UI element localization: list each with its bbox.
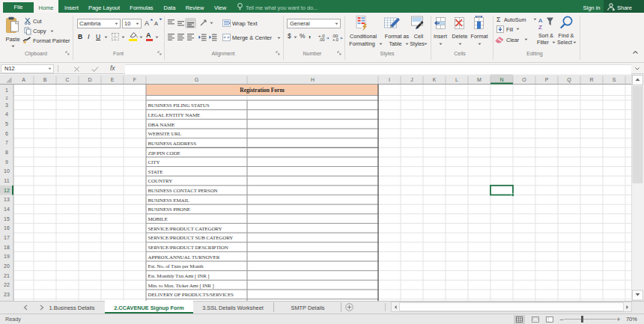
- svg-text:WEBSITE URL: WEBSITE URL: [148, 131, 182, 137]
- svg-text:K: K: [433, 77, 437, 82]
- svg-text:CITY: CITY: [148, 159, 160, 165]
- svg-text:L: L: [455, 77, 458, 82]
- svg-text:20: 20: [4, 263, 10, 269]
- svg-text:I: I: [389, 77, 390, 82]
- svg-text:4: 4: [5, 111, 8, 117]
- svg-text:SERVICE/PRODUCT DESCRIPTION: SERVICE/PRODUCT DESCRIPTION: [148, 245, 228, 251]
- svg-text:S: S: [613, 77, 616, 82]
- svg-text:LEGAL ENTITY NAME: LEGAL ENTITY NAME: [148, 112, 201, 118]
- svg-text:E: E: [111, 77, 115, 82]
- svg-text:MOBILE: MOBILE: [148, 216, 168, 222]
- svg-text:Z: Z: [538, 24, 542, 31]
- svg-text:BUSINESS EMAIL: BUSINESS EMAIL: [148, 198, 189, 204]
- svg-text:2: 2: [5, 96, 7, 100]
- svg-text:F: F: [133, 77, 136, 82]
- svg-text:SERVICE/PRODUCT CATEGORY: SERVICE/PRODUCT CATEGORY: [148, 226, 222, 232]
- svg-text:O: O: [522, 77, 526, 82]
- svg-text:N: N: [499, 77, 503, 82]
- svg-text:BUSINESS CONTACT PERSON: BUSINESS CONTACT PERSON: [148, 188, 218, 194]
- svg-text:Est. Monthly Txn Amt [ INR ]: Est. Monthly Txn Amt [ INR ]: [148, 273, 210, 279]
- svg-text:23: 23: [4, 292, 10, 297]
- svg-text:ZIP/PIN CODE: ZIP/PIN CODE: [148, 150, 180, 156]
- svg-text:Min. to Max. Ticket Amt [ INR: Min. to Max. Ticket Amt [ INR ]: [148, 283, 214, 289]
- svg-text:APPROX.ANNUAL TURNOVER: APPROX.ANNUAL TURNOVER: [148, 254, 220, 260]
- svg-text:21: 21: [4, 273, 10, 278]
- svg-text:B: B: [43, 77, 47, 82]
- svg-text:15: 15: [4, 216, 10, 221]
- svg-text:A: A: [22, 77, 25, 82]
- svg-text:+.0: +.0: [332, 37, 338, 41]
- svg-text:P: P: [545, 77, 549, 82]
- svg-text:H: H: [311, 77, 315, 82]
- svg-text:COUNTRY: COUNTRY: [148, 178, 173, 184]
- svg-text:Est. No. of Txns per Month: Est. No. of Txns per Month: [148, 263, 204, 269]
- svg-text:BUSINESS FILING STATUS: BUSINESS FILING STATUS: [148, 103, 210, 108]
- svg-text:18: 18: [4, 245, 10, 250]
- svg-text:STATE: STATE: [148, 169, 163, 175]
- svg-text:6: 6: [5, 131, 8, 136]
- svg-text:22: 22: [4, 282, 10, 287]
- svg-text:8: 8: [5, 150, 8, 155]
- svg-text:SERVICE/PRODUCT SUB CATEGORY: SERVICE/PRODUCT SUB CATEGORY: [148, 235, 234, 241]
- svg-text:13: 13: [4, 197, 10, 202]
- svg-text:R: R: [589, 77, 593, 82]
- svg-text:BUSINESS ADDRESS: BUSINESS ADDRESS: [148, 141, 197, 147]
- svg-text:M: M: [477, 77, 482, 82]
- svg-text:G: G: [195, 77, 198, 82]
- svg-text:11: 11: [4, 178, 9, 183]
- svg-text:7: 7: [5, 140, 8, 145]
- svg-text:19: 19: [4, 254, 10, 259]
- svg-text:A: A: [538, 17, 543, 24]
- svg-text:D: D: [88, 77, 91, 82]
- svg-text:10: 10: [4, 168, 10, 174]
- svg-text:12: 12: [4, 188, 10, 193]
- svg-text:Registration Form: Registration Form: [240, 87, 285, 94]
- svg-text:1: 1: [5, 88, 8, 93]
- svg-text:.00: .00: [319, 37, 325, 41]
- svg-text:C: C: [65, 77, 69, 82]
- svg-text:3: 3: [5, 103, 8, 108]
- svg-text:17: 17: [4, 235, 10, 240]
- svg-text:DELIVERY OF PRODUCTS/SERVICES: DELIVERY OF PRODUCTS/SERVICES: [148, 292, 234, 298]
- svg-text:9: 9: [5, 159, 8, 165]
- svg-text:5: 5: [5, 121, 8, 126]
- svg-text:BUSINESS PHONE: BUSINESS PHONE: [148, 207, 190, 213]
- svg-text:14: 14: [4, 207, 10, 212]
- svg-text:J: J: [410, 77, 413, 82]
- svg-text:DBA NAME: DBA NAME: [148, 122, 175, 128]
- svg-text:16: 16: [4, 225, 10, 230]
- svg-text:Q: Q: [567, 77, 571, 83]
